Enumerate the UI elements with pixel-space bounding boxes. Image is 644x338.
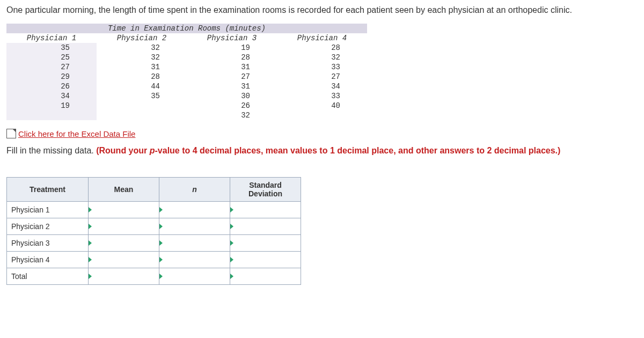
input-marker-icon <box>230 224 233 229</box>
answer-input-table: Treatment Mean n Standard Deviation Phys… <box>6 177 301 285</box>
ans-header-treatment: Treatment <box>7 178 89 202</box>
col-header: Physician 2 <box>97 33 187 43</box>
input-marker-icon <box>89 240 92 246</box>
n-input[interactable] <box>159 218 230 235</box>
instruction-text: Fill in the missing data. (Round your p-… <box>6 146 638 156</box>
ans-header-mean: Mean <box>89 178 159 202</box>
mean-input[interactable] <box>89 268 159 285</box>
time-data-table: Time in Examination Rooms (minutes) Phys… <box>6 24 367 120</box>
input-marker-icon <box>230 240 233 246</box>
n-input[interactable] <box>159 268 230 285</box>
ans-header-stddev: Standard Deviation <box>230 178 301 202</box>
row-label: Physician 1 <box>7 202 89 218</box>
mean-input[interactable] <box>89 202 159 218</box>
n-input[interactable] <box>159 252 230 268</box>
row-label: Total <box>7 268 89 285</box>
stddev-input[interactable] <box>230 252 301 268</box>
input-marker-icon <box>230 274 233 279</box>
document-icon <box>6 129 16 138</box>
row-label: Physician 4 <box>7 252 89 268</box>
input-marker-icon <box>89 224 92 229</box>
mean-input[interactable] <box>89 235 159 252</box>
input-marker-icon <box>159 224 163 229</box>
input-marker-icon <box>89 257 92 262</box>
mean-input[interactable] <box>89 218 159 235</box>
input-marker-icon <box>159 257 163 262</box>
n-input[interactable] <box>159 235 230 252</box>
input-marker-icon <box>159 274 163 279</box>
input-marker-icon <box>230 207 233 212</box>
input-marker-icon <box>230 257 233 262</box>
col-header: Physician 1 <box>6 33 97 43</box>
data-table-title: Time in Examination Rooms (minutes) <box>6 24 367 33</box>
n-input[interactable] <box>159 202 230 218</box>
input-marker-icon <box>89 274 92 279</box>
ans-header-n: n <box>159 178 230 202</box>
input-marker-icon <box>159 207 163 212</box>
excel-link-label: Click here for the Excel Data File <box>18 129 135 138</box>
excel-data-link[interactable]: Click here for the Excel Data File <box>6 129 135 138</box>
intro-text: One particular morning, the length of ti… <box>6 4 638 16</box>
input-marker-icon <box>89 207 92 212</box>
stddev-input[interactable] <box>230 202 301 218</box>
mean-input[interactable] <box>89 252 159 268</box>
col-header: Physician 3 <box>187 33 277 43</box>
row-label: Physician 3 <box>7 235 89 252</box>
input-marker-icon <box>159 240 163 246</box>
stddev-input[interactable] <box>230 218 301 235</box>
stddev-input[interactable] <box>230 268 301 285</box>
stddev-input[interactable] <box>230 235 301 252</box>
row-label: Physician 2 <box>7 218 89 235</box>
col-header: Physician 4 <box>277 33 367 43</box>
